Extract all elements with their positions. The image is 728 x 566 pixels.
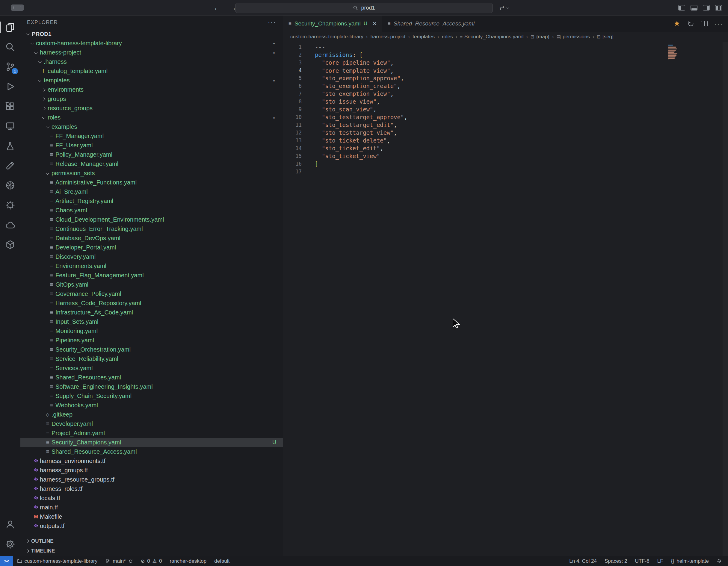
tree-item[interactable]: roles● xyxy=(20,113,283,122)
tree-item[interactable]: ≡Infrastructure_As_Code.yaml xyxy=(20,308,283,317)
nav-back-button[interactable]: ← xyxy=(213,4,220,12)
tree-item[interactable]: ≡Developer_Portal.yaml xyxy=(20,243,283,252)
tree-item[interactable]: locals.tf xyxy=(20,493,283,503)
code-line[interactable]: 15 "sto_ticket_view" xyxy=(283,152,728,160)
tree-item[interactable]: ≡Artifact_Registry.yaml xyxy=(20,197,283,206)
remote-indicator[interactable]: >< xyxy=(0,556,13,566)
activity-containers[interactable] xyxy=(0,235,20,255)
tree-item[interactable]: !catalog_template.yaml xyxy=(20,67,283,76)
activity-explorer[interactable] xyxy=(0,17,20,37)
section-header-workspace[interactable]: PROD1 xyxy=(20,29,283,39)
tree-item[interactable]: ≡FF_Manager.yaml xyxy=(20,132,283,141)
section-timeline[interactable]: TIMELINE xyxy=(20,546,283,556)
code-line[interactable]: 13 "sto_ticket_delete", xyxy=(283,137,728,144)
tree-item[interactable]: ≡Environments.yaml xyxy=(20,262,283,271)
tree-item[interactable]: main.tf xyxy=(20,503,283,512)
command-center-search[interactable]: prod1 xyxy=(235,3,493,13)
namespace-item[interactable]: default xyxy=(210,556,233,566)
scrollbar[interactable] xyxy=(723,42,728,556)
toggle-secondary-sidebar-icon[interactable] xyxy=(703,5,710,10)
tree-item[interactable]: ≡Administrative_Functions.yaml xyxy=(20,178,283,187)
tree-item[interactable]: ≡Discovery.yaml xyxy=(20,252,283,262)
code-line[interactable]: 2permissions: [ xyxy=(283,51,728,59)
tree-item[interactable]: ≡Chaos.yaml xyxy=(20,206,283,215)
tree-item[interactable]: templates● xyxy=(20,76,283,85)
workspace-item[interactable]: custom-harness-template-library xyxy=(13,556,102,566)
tree-item[interactable]: MMakefile xyxy=(20,512,283,521)
breadcrumb-item[interactable]: templates xyxy=(413,34,435,40)
activity-run-debug[interactable] xyxy=(0,77,20,96)
activity-accounts[interactable] xyxy=(0,514,20,534)
code-line[interactable]: 7 "sto_exemption_view", xyxy=(283,90,728,98)
breadcrumb-item[interactable]: roles xyxy=(442,34,453,40)
tree-item[interactable]: ≡Service_Reliability.yaml xyxy=(20,354,283,363)
tree-item[interactable]: harness_resource_groups.tf xyxy=(20,475,283,484)
tree-item[interactable]: ≡Input_Sets.yaml xyxy=(20,317,283,326)
code-line[interactable]: 9 "sto_scan_view", xyxy=(283,105,728,113)
breadcrumb-item[interactable]: ≡Security_Champions.yaml xyxy=(460,34,523,40)
sidebar-more-actions-icon[interactable]: ··· xyxy=(268,19,276,26)
breadcrumb-item[interactable]: ⊡{map} xyxy=(531,34,549,40)
tab-security-champions[interactable]: ≡ Security_Champions.yaml U × xyxy=(283,16,382,32)
problems-item[interactable]: ⊘ 0 ⚠ 0 xyxy=(137,556,166,566)
code-line[interactable]: 5 "sto_exemption_approve", xyxy=(283,74,728,82)
toggle-panel-icon[interactable] xyxy=(691,5,697,10)
tree-item[interactable]: ≡Continuous_Error_Tracking.yaml xyxy=(20,224,283,234)
customize-layout-icon[interactable] xyxy=(715,5,722,10)
tree-item[interactable]: examples xyxy=(20,122,283,132)
activity-testing-flask[interactable] xyxy=(0,136,20,156)
toggle-primary-sidebar-icon[interactable] xyxy=(678,5,685,10)
activity-test-tube[interactable] xyxy=(0,156,20,176)
open-changes-icon[interactable] xyxy=(687,20,694,27)
tree-item[interactable]: ≡Webhooks.yaml xyxy=(20,401,283,410)
tree-item[interactable]: ≡Services.yaml xyxy=(20,363,283,373)
code-line[interactable]: 8 "sto_issue_view", xyxy=(283,98,728,105)
tree-item[interactable]: ≡Cloud_Development_Environments.yaml xyxy=(20,215,283,224)
minimap[interactable] xyxy=(668,44,683,61)
tree-item[interactable]: ≡Monitoring.yaml xyxy=(20,326,283,336)
activity-kubernetes[interactable] xyxy=(0,176,20,195)
tree-item[interactable]: outputs.tf xyxy=(20,521,283,531)
indentation-item[interactable]: Spaces: 2 xyxy=(601,558,631,564)
tree-item[interactable]: ≡Security_Orchestration.yaml xyxy=(20,345,283,354)
code-line[interactable]: 11 "sto_testtarget_edit", xyxy=(283,121,728,129)
tree-item[interactable]: .harness xyxy=(20,57,283,67)
tree-item[interactable]: ◇.gitkeep xyxy=(20,410,283,419)
code-line[interactable]: 14 "sto_ticket_edit", xyxy=(283,144,728,152)
tree-item[interactable]: ≡Project_Admin.yaml xyxy=(20,428,283,438)
tree-item[interactable]: ≡Release_Manager.yaml xyxy=(20,159,283,169)
tree-item[interactable]: harness-project● xyxy=(20,48,283,57)
tree-item[interactable]: ≡Pipelines.yaml xyxy=(20,336,283,345)
activity-settings[interactable] xyxy=(0,534,20,554)
section-outline[interactable]: OUTLINE xyxy=(20,536,283,546)
tree-item[interactable]: harness_environments.tf xyxy=(20,456,283,466)
tab-shared-resource-access[interactable]: ≡ Shared_Resource_Access.yaml xyxy=(382,16,480,32)
code-line[interactable]: 16] xyxy=(283,160,728,168)
code-line[interactable]: 17 xyxy=(283,168,728,176)
activity-helm[interactable] xyxy=(0,195,20,215)
tree-item[interactable]: ≡Supply_Chain_Security.yaml xyxy=(20,391,283,401)
code-line[interactable]: 6 "sto_exemption_create", xyxy=(283,82,728,90)
close-tab-icon[interactable]: × xyxy=(373,20,377,27)
tree-item[interactable]: ≡Ai_Sre.yaml xyxy=(20,187,283,197)
code-line[interactable]: 10 "sto_testtarget_approve", xyxy=(283,113,728,121)
code-line[interactable]: 1--- xyxy=(283,43,728,51)
extension-sparkle-icon[interactable] xyxy=(673,20,681,28)
activity-source-control[interactable]: 1 xyxy=(0,57,20,77)
breadcrumb-item[interactable]: custom-harness-template-library xyxy=(290,34,363,40)
activity-extensions[interactable] xyxy=(0,96,20,116)
tree-item[interactable]: harness_roles.tf xyxy=(20,484,283,493)
tree-item[interactable]: environments xyxy=(20,85,283,94)
split-editor-icon[interactable] xyxy=(701,21,708,26)
language-mode-item[interactable]: {} helm-template xyxy=(667,558,713,564)
tree-item[interactable]: ≡Feature_Flag_Management.yaml xyxy=(20,271,283,280)
activity-cloud[interactable] xyxy=(0,215,20,235)
branch-item[interactable]: main* xyxy=(101,556,137,566)
code-editor[interactable]: 1---2permissions: [3 "core_pipeline_view… xyxy=(283,42,728,556)
breadcrumb-item[interactable]: ▤permissions xyxy=(557,34,590,40)
tree-item[interactable]: ≡Security_Champions.yamlU xyxy=(20,438,283,447)
tree-item[interactable]: ≡FF_User.yaml xyxy=(20,141,283,150)
breadcrumb-item[interactable]: ⊡[seq] xyxy=(597,34,613,40)
notifications-bell-icon[interactable] xyxy=(713,559,726,564)
kube-context-item[interactable]: rancher-desktop xyxy=(166,556,210,566)
